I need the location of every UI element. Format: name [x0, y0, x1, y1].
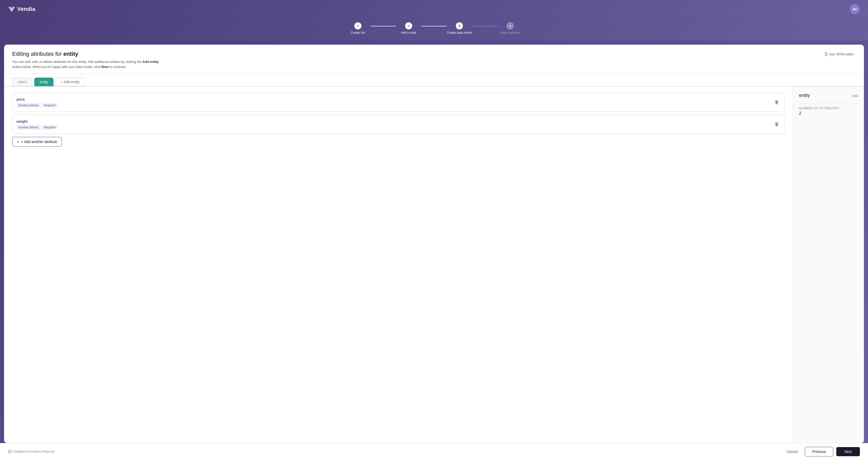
connector-2 [421, 26, 447, 26]
logo: Vendia [8, 6, 35, 13]
vendia-logo-icon [8, 6, 15, 13]
step-circle-3: 3 [456, 22, 463, 29]
tab-object[interactable]: object [12, 77, 32, 86]
use-json-editor-button[interactable]: {} Use JSON editor [823, 51, 856, 57]
attr-badge-type-weight: Number (whole) [17, 125, 40, 130]
step-circle-2: ✓ [405, 22, 412, 29]
previous-button[interactable]: Previous [805, 447, 833, 456]
stepper: ✓ Create Uni ✓ Add a node 3 Create data … [345, 22, 523, 34]
connector-3 [472, 26, 497, 26]
step-add-node: ✓ Add a node [396, 22, 421, 34]
attr-badge-required-weight: Required [42, 125, 57, 130]
feedback-icon: 💬 [8, 450, 12, 453]
cancel-button[interactable]: Cancel [782, 448, 802, 456]
two-col-layout: price Number (whole) Required [4, 87, 864, 443]
tab-add-entity[interactable]: + Add entity [56, 77, 85, 86]
delete-attribute-price[interactable] [773, 99, 780, 106]
attr-badges-price: Number (whole) Required [17, 103, 57, 107]
step-number-4: 4 [509, 24, 511, 28]
step-invite-partners: 4 Invite partners [497, 22, 523, 34]
attributes-panel: price Number (whole) Required [4, 87, 793, 443]
main-content: Editing attributes for entity You can ad… [0, 40, 868, 443]
attr-badge-type-price: Number (whole) [17, 103, 40, 107]
sidebar-header-row: entity Edit [799, 93, 858, 99]
avatar[interactable]: AV [850, 4, 860, 14]
step-label-1: Create Uni [350, 31, 365, 34]
main-card: Editing attributes for entity You can ad… [4, 45, 864, 443]
trash-icon-weight [774, 122, 779, 127]
step-label-2: Add a node [401, 31, 416, 34]
logo-text: Vendia [17, 6, 35, 12]
card-description: You can add, edit, or delete attributes … [12, 59, 164, 69]
sidebar-divider [799, 103, 858, 103]
card-header: Editing attributes for entity You can ad… [4, 45, 864, 73]
card-title: Editing attributes for entity [12, 51, 164, 57]
tabs-area: object entity + Add entity [4, 73, 864, 87]
footer-actions: Cancel Previous Next [782, 447, 860, 456]
num-attrs-value: 2 [799, 111, 858, 116]
attribute-row-weight: weight Number (whole) Required [12, 115, 784, 134]
step-label-4: Invite partners [500, 31, 520, 34]
attr-info-price: price Number (whole) Required [17, 97, 57, 107]
edit-entity-button[interactable]: Edit [852, 94, 858, 98]
next-button[interactable]: Next [836, 447, 860, 456]
attr-badges-weight: Number (whole) Required [17, 125, 57, 130]
card-header-left: Editing attributes for entity You can ad… [12, 51, 164, 69]
num-attrs-label: Number of attributes [799, 106, 858, 110]
attr-name-price: price [17, 97, 57, 101]
add-another-attribute-button[interactable]: + + Add another attribute [12, 137, 62, 146]
sidebar-entity-name: entity [799, 93, 810, 98]
tab-entity[interactable]: entity [34, 77, 53, 86]
feedback-link[interactable]: 💬 Feedback & Feature Requests [8, 450, 55, 453]
plus-icon: + [17, 140, 19, 144]
step-check-2: ✓ [407, 24, 410, 28]
step-check-1: ✓ [356, 24, 360, 28]
connector-1 [371, 26, 396, 26]
step-create-data-model: 3 Create data model [447, 22, 472, 34]
footer: 💬 Feedback & Feature Requests Cancel Pre… [0, 443, 868, 460]
stepper-wrapper: ✓ Create Uni ✓ Add a node 3 Create data … [0, 18, 868, 40]
step-circle-1: ✓ [354, 22, 362, 29]
step-number-3: 3 [458, 24, 460, 28]
step-label-3: Create data model [447, 31, 472, 34]
step-create-uni: ✓ Create Uni [345, 22, 371, 34]
attr-badge-required-price: Required [42, 103, 57, 107]
attr-info-weight: weight Number (whole) Required [17, 119, 57, 130]
attribute-row-price: price Number (whole) Required [12, 93, 784, 112]
json-icon: {} [825, 52, 828, 56]
sidebar-panel: entity Edit Number of attributes 2 [793, 87, 864, 443]
delete-attribute-weight[interactable] [773, 121, 780, 128]
attr-name-weight: weight [17, 119, 57, 124]
header: Vendia AV [0, 0, 868, 18]
step-circle-4: 4 [506, 22, 514, 29]
trash-icon-price [774, 100, 779, 105]
